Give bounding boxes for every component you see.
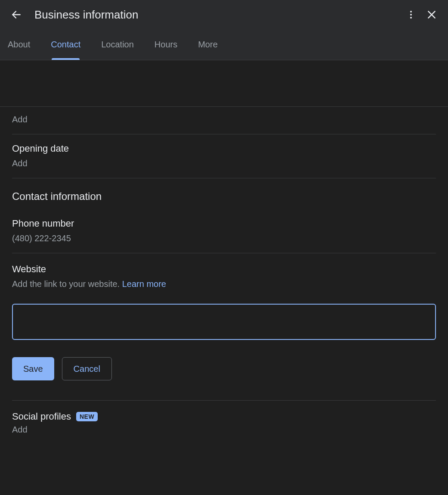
- tab-location[interactable]: Location: [101, 29, 134, 60]
- opening-date-label: Opening date: [12, 143, 436, 154]
- social-profiles-label: Social profiles: [12, 411, 71, 422]
- tab-about[interactable]: About: [8, 29, 30, 60]
- page-title: Business information: [34, 8, 399, 22]
- website-input-wrap: [12, 304, 436, 340]
- website-label: Website: [12, 264, 436, 275]
- arrow-left-icon: [11, 9, 22, 20]
- phone-value: (480) 222-2345: [12, 233, 436, 243]
- social-profiles-title-row: Social profiles NEW: [12, 401, 436, 425]
- row-phone[interactable]: Phone number (480) 222-2345: [12, 206, 436, 253]
- more-menu-button[interactable]: [402, 6, 420, 23]
- more-vert-icon: [406, 9, 416, 20]
- website-button-row: Save Cancel: [12, 357, 436, 380]
- content-area: Add Opening date Add Contact information…: [0, 107, 448, 443]
- row-opening-date[interactable]: Opening date Add: [12, 134, 436, 178]
- back-button[interactable]: [8, 6, 25, 23]
- website-input[interactable]: [12, 304, 436, 340]
- close-button[interactable]: [423, 6, 440, 23]
- website-learn-more-link[interactable]: Learn more: [122, 279, 166, 289]
- contact-info-title: Contact information: [12, 178, 436, 206]
- phone-label: Phone number: [12, 218, 436, 229]
- tab-more[interactable]: More: [198, 29, 218, 60]
- website-helper-text: Add the link to your website.: [12, 279, 122, 289]
- tab-bar: About Contact Location Hours More: [0, 29, 448, 60]
- row-website: Website Add the link to your website. Le…: [12, 253, 436, 400]
- new-badge: NEW: [76, 412, 98, 421]
- tab-hours[interactable]: Hours: [154, 29, 177, 60]
- close-icon: [426, 9, 437, 20]
- top-bar: Business information: [0, 0, 448, 29]
- cancel-button[interactable]: Cancel: [62, 357, 112, 380]
- svg-point-2: [410, 14, 412, 16]
- svg-point-3: [410, 17, 412, 19]
- add-link-top[interactable]: Add: [12, 115, 436, 125]
- sub-header-spacer: [0, 60, 448, 107]
- save-button[interactable]: Save: [12, 357, 54, 380]
- website-helper: Add the link to your website. Learn more: [12, 279, 436, 289]
- social-profiles-add[interactable]: Add: [12, 425, 436, 443]
- opening-date-add[interactable]: Add: [12, 159, 436, 168]
- row-add-top[interactable]: Add: [12, 107, 436, 134]
- tab-contact[interactable]: Contact: [51, 29, 80, 60]
- svg-point-1: [410, 11, 412, 12]
